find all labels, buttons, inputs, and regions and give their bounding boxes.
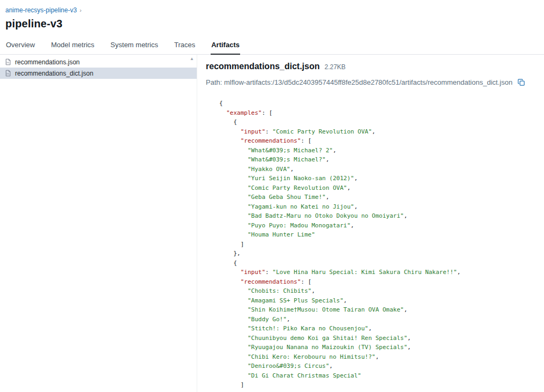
copy-icon xyxy=(517,78,525,86)
code-line: "input": "Comic Party Revolution OVA", xyxy=(219,127,535,137)
artifact-size: 2.27KB xyxy=(325,63,346,71)
chevron-right-icon: › xyxy=(79,8,81,13)
code-line: { xyxy=(219,258,535,268)
breadcrumb: anime-recsys-pipeline-v3 › xyxy=(0,0,544,14)
code-line: "Shin Koihime†Musou: Otome Tairan OVA Om… xyxy=(219,305,535,315)
file-row-recommendations-dict-json[interactable]: recommendations_dict.json xyxy=(0,68,197,79)
code-line: "Bad Badtz-Maru no Otoko Dokyou no Omoiy… xyxy=(219,211,535,221)
artifact-filename: recommendations_dict.json xyxy=(206,62,320,71)
artifact-viewer: recommendations_dict.json 2.27KB Path: m… xyxy=(197,55,544,392)
tab-system-metrics[interactable]: System metrics xyxy=(110,37,159,54)
content-area: recommendations.jsonrecommendations_dict… xyxy=(0,55,544,392)
code-line: "Deniroo&#039;s Circus", xyxy=(219,361,535,371)
code-line: "recommendations": [ xyxy=(219,136,535,146)
code-line: "Stitch!: Piko Kara no Chousenjou", xyxy=(219,324,535,334)
code-line: "Yuri Seijin Naoko-san (2012)", xyxy=(219,174,535,183)
json-code[interactable]: { "examples": [ { "input": "Comic Party … xyxy=(206,99,535,388)
code-line: }, xyxy=(219,249,535,258)
file-name-label: recommendations.json xyxy=(15,58,80,66)
code-line: ] xyxy=(219,380,535,388)
tab-overview[interactable]: Overview xyxy=(5,37,35,54)
path-label: Path: xyxy=(206,78,222,86)
copy-path-button[interactable] xyxy=(516,77,526,87)
tab-artifacts[interactable]: Artifacts xyxy=(211,37,240,54)
artifact-header: recommendations_dict.json 2.27KB xyxy=(206,62,535,71)
code-line: "Chibi Kero: Kerobouru no Himitsu!?", xyxy=(219,352,535,362)
sidebar-scrollbar[interactable]: ▲ xyxy=(189,56,195,88)
code-line: "Geba Geba Shou Time!", xyxy=(219,193,535,202)
tab-model-metrics[interactable]: Model metrics xyxy=(50,37,95,54)
file-name-label: recommendations_dict.json xyxy=(15,70,93,77)
code-line: "input": "Love Hina Haru Special: Kimi S… xyxy=(219,268,535,277)
code-line: "Amagami SS+ Plus Specials", xyxy=(219,296,535,306)
code-line: "Comic Party Revolution OVA", xyxy=(219,183,535,193)
code-line: "examples": [ xyxy=(219,108,535,118)
code-line: ] xyxy=(219,240,535,249)
code-line: "Puyo Puyo: Madou Monogatari", xyxy=(219,221,535,231)
page-title: pipeline-v3 xyxy=(0,14,544,30)
code-line: "Hyakko OVA", xyxy=(219,165,535,174)
artifact-path-row: Path: mlflow-artifacts:/13/d5dc240395744… xyxy=(206,77,535,87)
code-line: { xyxy=(219,117,535,127)
code-line: "Chobits: Chibits", xyxy=(219,286,535,296)
breadcrumb-experiment-link[interactable]: anime-recsys-pipeline-v3 xyxy=(5,6,77,14)
code-line: "Di Gi Charat Christmas Special" xyxy=(219,371,535,381)
code-line: { xyxy=(219,99,535,108)
code-line: "Chuunibyou demo Koi ga Shitai! Ren Spec… xyxy=(219,334,535,343)
json-file-icon xyxy=(4,70,11,77)
code-line: "What&#039;s Michael?", xyxy=(219,155,535,165)
code-line: "Buddy Go!", xyxy=(219,315,535,324)
code-line: "recommendations": [ xyxy=(219,277,535,287)
json-file-icon xyxy=(4,58,11,65)
tab-traces[interactable]: Traces xyxy=(174,37,196,54)
artifact-path: Path: mlflow-artifacts:/13/d5dc240395744… xyxy=(206,78,512,86)
scroll-up-arrow-icon: ▲ xyxy=(189,56,195,62)
path-value: mlflow-artifacts:/13/d5dc2403957445ff8fe… xyxy=(224,78,512,86)
code-line: "Houma Hunter Lime" xyxy=(219,230,535,240)
artifact-file-tree: recommendations.jsonrecommendations_dict… xyxy=(0,55,197,392)
code-line: "Yagami-kun no Katei no Jijou", xyxy=(219,202,535,212)
code-line: "Ryuugajou Nanana no Maizoukin (TV) Spec… xyxy=(219,343,535,352)
tab-bar: OverviewModel metricsSystem metricsTrace… xyxy=(0,37,544,55)
code-line: "What&#039;s Michael? 2", xyxy=(219,146,535,156)
file-row-recommendations-json[interactable]: recommendations.json xyxy=(0,56,197,68)
